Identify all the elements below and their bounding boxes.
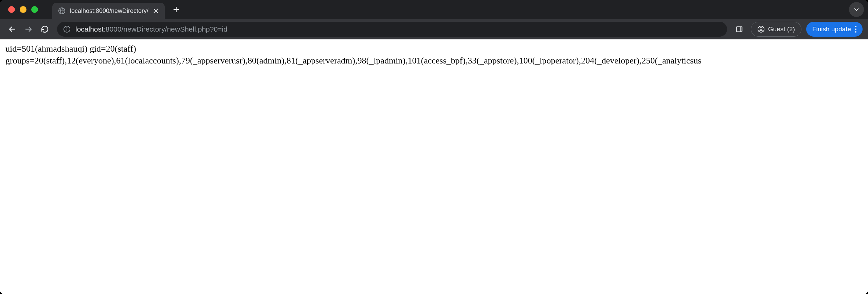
address-bar[interactable]: localhost:8000/newDirectory/newShell.php…: [57, 22, 727, 37]
more-icon: [855, 26, 856, 33]
close-window-button[interactable]: [8, 6, 15, 13]
toolbar: localhost:8000/newDirectory/newShell.php…: [0, 19, 868, 39]
forward-button[interactable]: [22, 22, 35, 36]
globe-icon: [58, 7, 66, 15]
browser-window: localhost:8000/newDirectory/: [0, 0, 868, 294]
maximize-window-button[interactable]: [31, 6, 38, 13]
profile-button[interactable]: Guest (2): [751, 22, 801, 37]
profile-label: Guest (2): [768, 25, 795, 33]
toolbar-right: Guest (2) Finish update: [733, 22, 863, 37]
back-button[interactable]: [5, 22, 19, 36]
svg-point-16: [760, 27, 762, 29]
url-domain: localhost: [75, 25, 104, 33]
url-path: :8000/newDirectory/newShell.php?0=id: [104, 25, 228, 33]
url-text: localhost:8000/newDirectory/newShell.php…: [75, 25, 721, 33]
svg-rect-14: [740, 27, 742, 32]
tab-bar: localhost:8000/newDirectory/: [0, 0, 868, 19]
close-tab-button[interactable]: [152, 7, 159, 14]
side-panel-button[interactable]: [733, 22, 746, 36]
page-output: uid=501(ahmadshauqi) gid=20(staff) group…: [5, 43, 863, 67]
reload-button[interactable]: [38, 22, 52, 36]
update-label: Finish update: [812, 25, 851, 33]
output-line-2: groups=20(staff),12(everyone),61(localac…: [5, 55, 863, 67]
output-line-1: uid=501(ahmadshauqi) gid=20(staff): [5, 43, 863, 55]
minimize-window-button[interactable]: [20, 6, 26, 13]
finish-update-button[interactable]: Finish update: [806, 22, 863, 37]
browser-tab[interactable]: localhost:8000/newDirectory/: [52, 3, 165, 19]
tab-search-button[interactable]: [849, 2, 864, 17]
tab-title: localhost:8000/newDirectory/: [70, 7, 148, 15]
svg-point-11: [67, 27, 67, 28]
page-content: uid=501(ahmadshauqi) gid=20(staff) group…: [0, 39, 868, 294]
window-controls: [8, 6, 38, 13]
info-icon[interactable]: [63, 25, 71, 33]
new-tab-button[interactable]: [170, 3, 182, 16]
